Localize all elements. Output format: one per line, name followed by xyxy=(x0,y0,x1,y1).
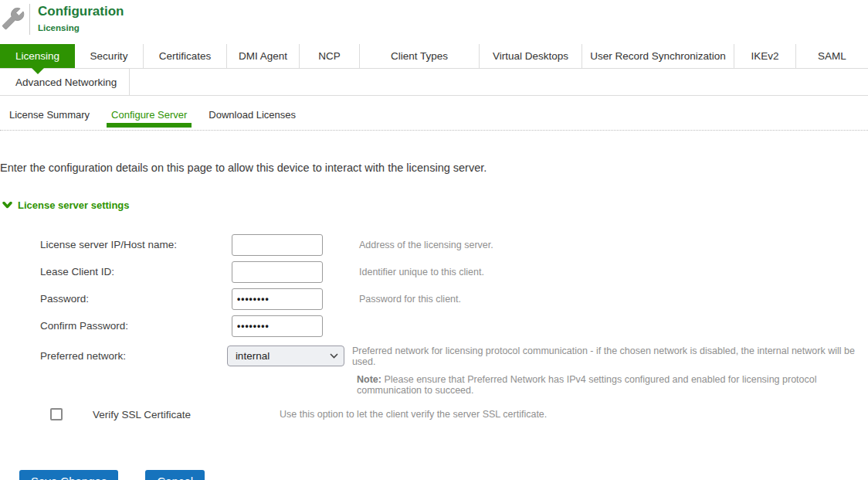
wrench-icon xyxy=(2,5,25,32)
lease-client-id-label: Lease Client ID: xyxy=(0,266,232,277)
password-input[interactable] xyxy=(232,288,323,310)
subtab-configure-server[interactable]: Configure Server xyxy=(110,109,188,130)
tab-client-types[interactable]: Client Types xyxy=(359,44,479,68)
preferred-network-select-wrap: internal xyxy=(227,346,344,366)
tab-row-secondary: Advanced Networking xyxy=(0,69,868,96)
lease-client-id-input[interactable] xyxy=(232,261,323,283)
tab-user-record-synchronization[interactable]: User Record Synchronization xyxy=(581,44,734,68)
note-text: Please ensure that Preferred Network has… xyxy=(357,374,816,396)
tab-ikev2[interactable]: IKEv2 xyxy=(734,44,795,68)
page-subtitle: Licensing xyxy=(38,23,124,32)
preferred-network-note: Note: Please ensure that Preferred Netwo… xyxy=(357,374,868,396)
tab-virtual-desktops[interactable]: Virtual Desktops xyxy=(479,44,581,68)
form-row-password: Password: Password for this client. xyxy=(0,285,868,312)
intro-text: Enter the configuration details on this … xyxy=(0,162,868,174)
button-row: Save Changes Cancel xyxy=(19,470,868,480)
page-header: Configuration Licensing xyxy=(0,0,868,36)
note-label: Note: xyxy=(357,374,381,385)
tab-ncp[interactable]: NCP xyxy=(299,44,359,68)
tab-advanced-networking[interactable]: Advanced Networking xyxy=(0,69,130,95)
confirm-password-input[interactable] xyxy=(232,315,323,337)
license-server-form: License server IP/Host name: Address of … xyxy=(0,231,868,420)
form-row-verify-ssl: Verify SSL Certificate Use this option t… xyxy=(0,408,868,420)
header-titles: Configuration Licensing xyxy=(38,4,124,32)
password-help: Password for this client. xyxy=(359,294,461,305)
section-title: License server settings xyxy=(18,199,130,211)
subtab-download-licenses[interactable]: Download Licenses xyxy=(207,109,297,130)
form-row-confirm-password: Confirm Password: xyxy=(0,312,868,339)
tab-row-primary: LicensingSecurityCertificatesDMI AgentNC… xyxy=(0,44,868,69)
tab-certificates[interactable]: Certificates xyxy=(143,44,226,68)
header-divider xyxy=(29,4,30,35)
license-server-help: Address of the licensing server. xyxy=(359,240,493,250)
preferred-network-select[interactable]: internal xyxy=(227,346,344,366)
tab-dmi-agent[interactable]: DMI Agent xyxy=(226,44,299,68)
subtab-bar: License Summary Configure Server Downloa… xyxy=(0,109,868,131)
chevron-down-icon xyxy=(2,202,12,209)
verify-ssl-checkbox[interactable] xyxy=(50,408,63,420)
cancel-button[interactable]: Cancel xyxy=(145,470,205,480)
form-row-server: License server IP/Host name: Address of … xyxy=(0,231,868,258)
preferred-network-help: Preferred network for licensing protocol… xyxy=(352,346,868,367)
license-server-input[interactable] xyxy=(232,234,323,256)
form-row-preferred-network: Preferred network: internal Preferred ne… xyxy=(0,344,868,368)
section-header[interactable]: License server settings xyxy=(2,199,868,211)
verify-ssl-label: Verify SSL Certificate xyxy=(93,409,191,420)
tab-security[interactable]: Security xyxy=(75,44,143,68)
tab-saml[interactable]: SAML xyxy=(795,44,868,68)
configuration-page: Configuration Licensing LicensingSecurit… xyxy=(0,0,868,480)
page-title: Configuration xyxy=(38,4,124,19)
lease-client-id-help: Identifier unique to this client. xyxy=(359,267,484,277)
subtab-license-summary[interactable]: License Summary xyxy=(8,109,91,130)
verify-ssl-help: Use this option to let the client verify… xyxy=(280,409,547,420)
form-row-client-id: Lease Client ID: Identifier unique to th… xyxy=(0,258,868,285)
tab-licensing[interactable]: Licensing xyxy=(0,44,75,68)
password-label: Password: xyxy=(0,293,232,305)
confirm-password-label: Confirm Password: xyxy=(0,320,232,332)
preferred-network-label: Preferred network: xyxy=(0,350,227,362)
license-server-label: License server IP/Host name: xyxy=(0,239,232,250)
save-changes-button[interactable]: Save Changes xyxy=(19,470,118,480)
